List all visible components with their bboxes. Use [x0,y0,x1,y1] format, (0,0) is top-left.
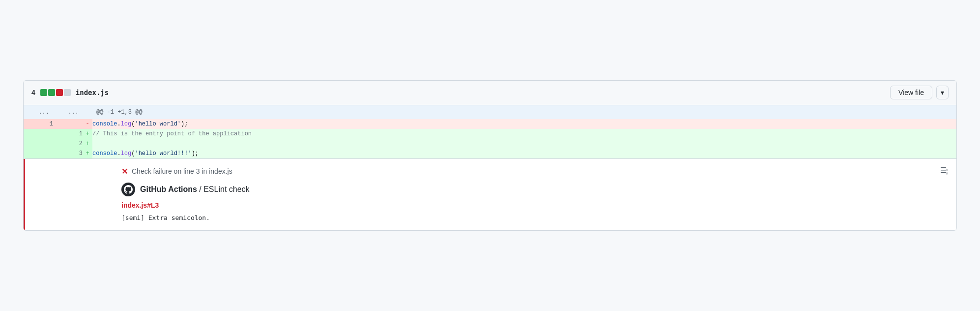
diff-header-right: View file ▾ [890,86,949,99]
annotation-panel: ✕ Check failure on line 3 in index.js [24,158,956,231]
old-line-num: 1 [24,119,53,129]
tool-name: GitHub Actions / ESLint check [140,185,250,194]
feedback-icon [941,167,949,175]
diff-header: 4 index.js View file ▾ [24,81,956,105]
tool-name-rest: / ESLint check [197,185,250,193]
annotation-inner: ✕ Check failure on line 3 in index.js [24,159,956,231]
stat-blocks [40,89,71,96]
new-line-num [53,119,83,129]
code-added-2 [92,139,956,149]
annotation-feedback-button[interactable] [941,167,949,177]
view-file-button[interactable]: View file [890,86,932,99]
stat-block-added-2 [48,89,55,96]
stat-block-removed [56,89,63,96]
annotation-message: [semi] Extra semicolon. [121,213,949,223]
code-added-3: console.log('hello world!!!'); [92,149,956,158]
diff-row-added-2: 2 + [24,139,956,149]
github-logo [124,185,133,194]
annotation-file-link[interactable]: index.js#L3 [121,201,949,209]
annotation-header: ✕ Check failure on line 3 in index.js [121,167,949,177]
stat-block-added-1 [40,89,47,96]
hunk-info-text: @@ -1 +1,3 @@ [92,105,956,119]
diff-row-added-1: 1 + // This is the entry point of the ap… [24,129,956,139]
tool-name-bold: GitHub Actions [140,185,197,193]
code-removed: console.log('hello world'); [92,119,956,129]
diff-table: ... ... @@ -1 +1,3 @@ 1 - console.log('h… [24,105,956,158]
old-line-num [24,129,53,139]
annotation-content: ✕ Check failure on line 3 in index.js [114,167,949,223]
diff-row-added-3: 3 + console.log('hello world!!!'); [24,149,956,158]
sign-added: + [83,129,92,139]
hunk-old-num: ... [24,105,53,119]
old-line-num [24,139,53,149]
new-line-num: 2 [53,139,83,149]
annotation-tool: GitHub Actions / ESLint check [121,183,949,196]
github-actions-icon [121,183,135,196]
new-line-num: 1 [53,129,83,139]
hunk-sign [83,105,92,119]
sign-added: + [83,139,92,149]
annotation-title: ✕ Check failure on line 3 in index.js [121,167,232,176]
sign-added: + [83,149,92,158]
file-count: 4 [31,89,35,96]
new-line-num: 3 [53,149,83,158]
diff-container: 4 index.js View file ▾ ... ... @@ -1 +1,… [23,80,957,231]
error-icon: ✕ [121,167,128,176]
sign-removed: - [83,119,92,129]
annotation-title-text: Check failure on line 3 in index.js [132,167,232,175]
diff-row-removed: 1 - console.log('hello world'); [24,119,956,129]
annotation-gutter [25,167,114,223]
old-line-num [24,149,53,158]
hunk-row: ... ... @@ -1 +1,3 @@ [24,105,956,119]
diff-header-left: 4 index.js [31,89,109,96]
diff-filename: index.js [76,89,109,96]
stat-block-neutral [64,89,71,96]
hunk-new-num: ... [53,105,83,119]
code-added-1: // This is the entry point of the applic… [92,129,956,139]
collapse-button[interactable]: ▾ [936,86,949,99]
